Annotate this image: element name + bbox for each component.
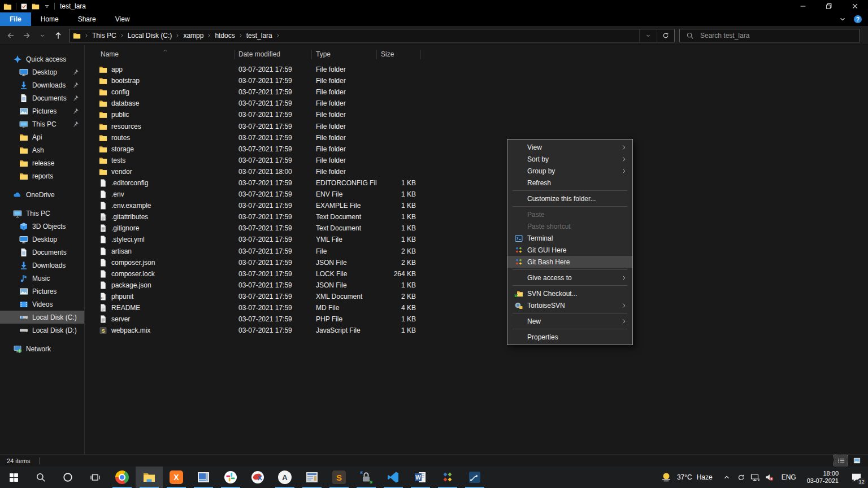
taskbar-app-screen-recorder[interactable] (244, 467, 271, 488)
refresh-icon[interactable] (657, 29, 674, 42)
sidebar-item-pictures[interactable]: Pictures (0, 285, 84, 298)
sidebar-item-3d-objects[interactable]: 3D Objects (0, 220, 84, 233)
sidebar-item-desktop[interactable]: Desktop (0, 233, 84, 246)
taskbar-app-git-bash[interactable] (434, 467, 461, 488)
restore-button[interactable] (816, 0, 842, 12)
sidebar-item-desktop[interactable]: Desktop (0, 66, 84, 79)
taskbar-app-vpn-lock[interactable] (353, 467, 380, 488)
taskbar-app-app-window[interactable] (190, 467, 217, 488)
column-header-name[interactable]: Name (96, 50, 235, 59)
column-header-type[interactable]: Type (312, 50, 377, 59)
search-box[interactable] (679, 29, 860, 42)
sidebar-item-onedrive[interactable]: OneDrive (0, 188, 84, 201)
context-menu-item-git-gui-here[interactable]: Git GUI Here (507, 244, 632, 256)
new-folder-icon[interactable] (32, 2, 40, 10)
file-row-artisan[interactable]: artisan03-07-2021 17:59File2 KB (96, 246, 868, 257)
file-row-routes[interactable]: routes03-07-2021 17:59File folder (96, 132, 868, 143)
start-button[interactable] (0, 467, 27, 488)
sidebar-item-documents[interactable]: Documents (0, 91, 84, 104)
tab-share[interactable]: Share (68, 12, 106, 26)
details-view-button[interactable] (834, 455, 848, 467)
file-row-env[interactable]: .env03-07-2021 17:59ENV File1 KB (96, 189, 868, 200)
taskbar-app-xampp[interactable]: X (163, 467, 190, 488)
context-menu-item-sort-by[interactable]: Sort by (507, 153, 632, 165)
close-button[interactable] (842, 0, 868, 12)
help-icon[interactable]: ? (853, 15, 862, 24)
file-row-editorconfig[interactable]: .editorconfig03-07-2021 17:59EDITORCONFI… (96, 177, 868, 189)
context-menu-item-view[interactable]: View (507, 141, 632, 153)
file-row-vendor[interactable]: vendor03-07-2021 18:00File folder (96, 166, 868, 177)
breadcrumb-segment-htdocs[interactable]: htdocs (212, 32, 237, 40)
file-row-app[interactable]: app03-07-2021 17:59File folder (96, 64, 868, 75)
sidebar-item-videos[interactable]: Videos (0, 298, 84, 311)
file-row-gitignore[interactable]: .gitignore03-07-2021 17:59Text Document1… (96, 223, 868, 234)
sidebar-item-ash[interactable]: Ash (0, 143, 84, 156)
breadcrumb-segment-xampp[interactable]: xampp (180, 32, 206, 40)
sidebar-item-this-pc[interactable]: This PC (0, 117, 84, 130)
breadcrumb-segment-test-lara[interactable]: test_lara (244, 32, 275, 40)
context-menu-item-give-access-to[interactable]: Give access to (507, 272, 632, 284)
forward-button[interactable] (19, 28, 34, 43)
file-row-resources[interactable]: resources03-07-2021 17:59File folder (96, 120, 868, 132)
context-menu-item-svn-checkout[interactable]: SVN Checkout... (507, 287, 632, 299)
taskbar-app-file-explorer[interactable] (136, 467, 163, 488)
sidebar-item-api[interactable]: Api (0, 130, 84, 143)
context-menu-item-new[interactable]: New (507, 315, 632, 327)
file-row-storage[interactable]: storage03-07-2021 17:59File folder (96, 143, 868, 155)
taskbar-app-vscode[interactable] (380, 467, 407, 488)
file-row-config[interactable]: config03-07-2021 17:59File folder (96, 86, 868, 98)
sidebar-item-quick-access[interactable]: Quick access (0, 53, 84, 66)
properties-icon[interactable] (20, 3, 28, 10)
sidebar-item-this-pc[interactable]: This PC (0, 207, 84, 220)
file-row-gitattributes[interactable]: .gitattributes03-07-2021 17:59Text Docum… (96, 211, 868, 223)
tab-view[interactable]: View (106, 12, 140, 26)
file-row-composer-json[interactable]: composer.json03-07-2021 17:59JSON File2 … (96, 257, 868, 268)
file-row-styleci-yml[interactable]: .styleci.yml03-07-2021 17:59YML File1 KB (96, 234, 868, 245)
tab-home[interactable]: Home (31, 12, 68, 26)
task-view-button[interactable] (81, 467, 108, 488)
file-row-public[interactable]: public03-07-2021 17:59File folder (96, 109, 868, 120)
file-row-webpack-mix[interactable]: Swebpack.mix03-07-2021 17:59JavaScript F… (96, 325, 868, 336)
file-row-bootstrap[interactable]: bootstrap03-07-2021 17:59File folder (96, 75, 868, 86)
file-row-readme[interactable]: README03-07-2021 17:59MD File4 KB (96, 302, 868, 313)
taskbar-app-screentogif[interactable] (461, 467, 488, 488)
tab-file[interactable]: File (0, 12, 31, 26)
taskbar-app-chrome[interactable] (108, 467, 136, 488)
context-menu-item-refresh[interactable]: Refresh (507, 177, 632, 189)
context-menu-item-tortoisesvn[interactable]: TortoiseSVN (507, 299, 632, 311)
clock[interactable]: 18:00 03-07-2021 (801, 470, 844, 485)
column-header-size[interactable]: Size (377, 50, 421, 59)
language-indicator[interactable]: ENG (776, 473, 801, 481)
network-tray-icon[interactable] (748, 467, 762, 488)
taskbar-app-word[interactable]: W (407, 467, 434, 488)
file-row-env-example[interactable]: .env.example03-07-2021 17:59EXAMPLE File… (96, 200, 868, 211)
file-row-database[interactable]: database03-07-2021 17:59File folder (96, 98, 868, 109)
up-button[interactable] (51, 28, 66, 43)
recent-locations-icon[interactable] (35, 28, 50, 43)
sidebar-item-reports[interactable]: reports (0, 169, 84, 182)
cortana-button[interactable] (54, 467, 81, 488)
file-row-package-json[interactable]: package.json03-07-2021 17:59JSON File1 K… (96, 280, 868, 291)
sync-tray-icon[interactable] (734, 467, 748, 488)
context-menu-item-git-bash-here[interactable]: Git Bash Here (507, 256, 632, 268)
customize-qat-icon[interactable] (44, 3, 50, 10)
context-menu-item-properties[interactable]: Properties (507, 331, 632, 343)
large-icons-view-button[interactable] (850, 455, 863, 467)
column-header-date-modified[interactable]: Date modified (235, 50, 312, 59)
breadcrumb-segment-this-pc[interactable]: This PC (89, 32, 119, 40)
sidebar-item-release[interactable]: release (0, 156, 84, 169)
taskbar-app-app-window-2[interactable] (298, 467, 326, 488)
address-dropdown-icon[interactable] (639, 29, 657, 42)
sidebar-item-network[interactable]: Network (0, 342, 84, 355)
action-center-button[interactable]: 12 (844, 467, 868, 488)
taskbar-app-app-a[interactable]: A (271, 467, 298, 488)
taskbar-search-button[interactable] (27, 467, 54, 488)
address-bar[interactable]: This PCLocal Disk (C:)xampphtdocstest_la… (69, 29, 675, 42)
sidebar-item-documents[interactable]: Documents (0, 246, 84, 259)
search-input[interactable] (699, 31, 843, 40)
context-menu-item-customize-this-folder[interactable]: Customize this folder... (507, 193, 632, 204)
weather-widget[interactable]: 37°C Haze (653, 471, 720, 483)
breadcrumb-segment-local-disk-c[interactable]: Local Disk (C:) (125, 32, 175, 40)
minimize-ribbon-icon[interactable] (839, 15, 847, 23)
sidebar-item-pictures[interactable]: Pictures (0, 104, 84, 117)
